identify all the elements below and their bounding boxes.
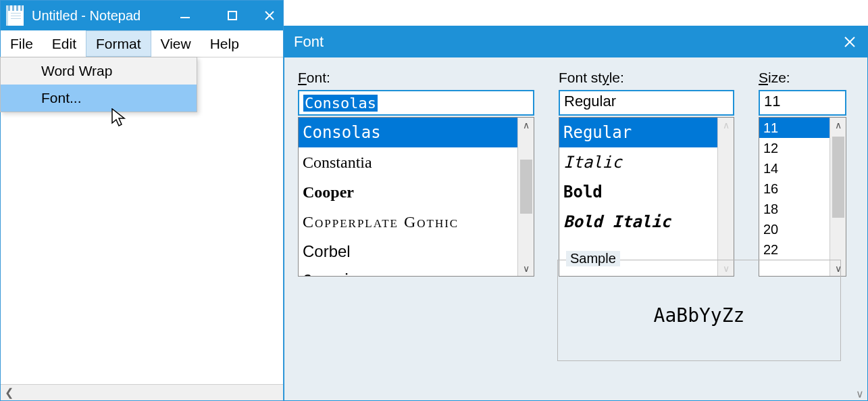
font-option[interactable]: Cooper — [299, 177, 517, 207]
scroll-left-arrow-icon[interactable]: ❮ — [1, 385, 17, 400]
window-title: Untitled - Notepad — [32, 8, 141, 24]
dialog-scroll-down-icon[interactable]: ∨ — [852, 360, 867, 400]
font-option[interactable]: Corbel — [299, 237, 517, 266]
font-input-value: Consolas — [303, 95, 378, 112]
menu-edit[interactable]: Edit — [43, 30, 86, 57]
size-option[interactable]: 16 — [759, 179, 829, 199]
menu-file[interactable]: File — [1, 30, 43, 57]
format-dropdown-menu: Word Wrap Font... — [0, 57, 197, 112]
sample-legend: Sample — [566, 251, 620, 266]
style-option[interactable]: Bold — [559, 177, 717, 207]
dialog-title: Font — [294, 33, 324, 51]
size-option[interactable]: 18 — [759, 199, 829, 219]
dialog-close-button[interactable] — [842, 36, 858, 48]
font-list-scrollbar[interactable]: ∧ ∨ — [517, 118, 534, 276]
font-column: Font: Consolas Consolas Constantia Coope… — [298, 70, 534, 277]
style-option[interactable]: Bold Italic — [559, 207, 717, 237]
menu-view[interactable]: View — [151, 30, 201, 57]
font-option[interactable]: Consolas — [299, 118, 517, 147]
size-option[interactable]: 14 — [759, 158, 829, 179]
size-listbox[interactable]: 11 12 14 16 18 20 22 ∧ ∨ — [759, 117, 846, 277]
scroll-thumb[interactable] — [832, 137, 844, 218]
notepad-icon — [6, 5, 24, 26]
maximize-button[interactable] — [209, 1, 256, 30]
horizontal-scrollbar[interactable]: ❮ — [1, 384, 283, 400]
menu-item-wordwrap[interactable]: Word Wrap — [1, 57, 197, 85]
size-option[interactable]: 12 — [759, 138, 829, 158]
menu-item-font[interactable]: Font... — [1, 85, 197, 112]
style-option[interactable]: Regular — [559, 118, 717, 147]
font-label: Font: — [298, 70, 534, 86]
size-label: Size: — [759, 70, 846, 86]
style-column: Font style: Regular Regular Italic Bold … — [559, 70, 734, 277]
style-input-value: Regular — [564, 93, 616, 110]
style-input[interactable]: Regular — [559, 90, 734, 116]
close-button[interactable] — [256, 1, 283, 30]
size-option[interactable]: 22 — [759, 239, 829, 260]
sample-text: AaBbYyZz — [654, 304, 745, 327]
minimize-button[interactable] — [161, 1, 209, 30]
svg-rect-1 — [228, 11, 236, 20]
scroll-down-icon[interactable]: ∨ — [518, 261, 534, 276]
size-list-scrollbar[interactable]: ∧ ∨ — [829, 118, 846, 276]
size-option[interactable]: 11 — [759, 118, 829, 138]
font-option[interactable]: Courier — [299, 266, 517, 276]
window-controls — [161, 1, 283, 30]
font-option[interactable]: Constantia — [299, 147, 517, 177]
sample-fieldset: Sample AaBbYyZz — [557, 260, 841, 361]
style-label: Font style: — [559, 70, 734, 86]
font-listbox[interactable]: Consolas Constantia Cooper Copperplate G… — [298, 117, 534, 277]
font-dialog: Font Font: Consolas Consolas Constantia … — [284, 26, 868, 401]
scroll-up-icon[interactable]: ∧ — [830, 118, 846, 133]
size-option[interactable]: 20 — [759, 219, 829, 239]
dialog-body: Font: Consolas Consolas Constantia Coope… — [284, 57, 867, 400]
font-option[interactable]: Copperplate Gothic — [299, 207, 517, 237]
style-option[interactable]: Italic — [559, 147, 717, 177]
style-list-scrollbar[interactable]: ∧ ∨ — [717, 118, 734, 276]
font-input[interactable]: Consolas — [298, 90, 534, 116]
menubar: File Edit Format View Help — [1, 30, 283, 57]
menu-help[interactable]: Help — [201, 30, 249, 57]
menu-format[interactable]: Format — [86, 30, 151, 57]
sample-section: Sample AaBbYyZz — [557, 260, 841, 361]
size-input[interactable]: 11 — [759, 90, 846, 116]
size-input-value: 11 — [764, 93, 780, 110]
scroll-up-icon[interactable]: ∧ — [518, 118, 534, 133]
dialog-titlebar[interactable]: Font — [284, 26, 867, 57]
scroll-thumb[interactable] — [520, 160, 532, 214]
size-column: Size: 11 11 12 14 16 18 20 22 ∧ — [759, 70, 846, 277]
scroll-up-icon[interactable]: ∧ — [718, 118, 734, 133]
